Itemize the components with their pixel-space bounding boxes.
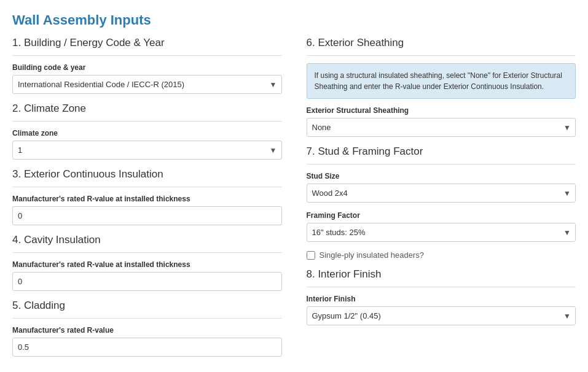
building-code-label: Building code & year xyxy=(12,63,282,72)
section-heading-s2: 2. Climate Zone xyxy=(12,103,282,115)
climate-zone-select-wrapper: 12345678▼ xyxy=(12,141,282,160)
section-divider-s5 xyxy=(12,318,282,319)
section-s3: 3. Exterior Continuous InsulationManufac… xyxy=(12,168,282,234)
ext-cont-rvalue-label: Manufacturer's rated R-value at installe… xyxy=(12,195,282,203)
checkbox-row-single-ply: Single-ply insulated headers? xyxy=(307,250,576,260)
ext-structural-sheathing-label: Exterior Structural Sheathing xyxy=(307,106,576,115)
section-heading-s8: 8. Interior Finish xyxy=(307,268,576,281)
ext-cont-rvalue-input[interactable] xyxy=(12,206,282,225)
building-code-select[interactable]: International Residential Code / IECC-R … xyxy=(12,75,282,94)
stud-size-label: Stud Size xyxy=(307,172,576,180)
single-ply-label: Single-ply insulated headers? xyxy=(319,250,425,260)
framing-factor-select-wrapper: 16" studs: 25%24" studs: 22%▼ xyxy=(307,223,576,242)
single-ply-checkbox[interactable] xyxy=(307,251,315,260)
cladding-rvalue-label: Manufacturer's rated R-value xyxy=(12,326,282,335)
stud-size-select-wrapper: Wood 2x4Wood 2x6Wood 2x8▼ xyxy=(307,184,576,203)
section-divider-s7 xyxy=(307,164,576,165)
climate-zone-label: Climate zone xyxy=(12,129,282,138)
ext-structural-sheathing-select-wrapper: NoneOSBPlywood▼ xyxy=(307,118,576,137)
climate-zone-select[interactable]: 12345678 xyxy=(12,141,282,160)
section-heading-s4: 4. Cavity Insulation xyxy=(12,234,282,246)
section-s7: 7. Stud & Framing FactorStud SizeWood 2x… xyxy=(307,145,576,260)
section-s1: 1. Building / Energy Code & YearBuilding… xyxy=(12,37,282,94)
section-s5: 5. CladdingManufacturer's rated R-value xyxy=(12,300,282,365)
left-column: 1. Building / Energy Code & YearBuilding… xyxy=(12,37,282,365)
section-heading-s6: 6. Exterior Sheathing xyxy=(307,37,576,49)
section-heading-s3: 3. Exterior Continuous Insulation xyxy=(12,168,282,180)
section-heading-s7: 7. Stud & Framing Factor xyxy=(307,145,576,158)
interior-finish-select[interactable]: Gypsum 1/2" (0.45)Gypsum 5/8" (0.56)None xyxy=(307,306,576,325)
cladding-rvalue-input[interactable] xyxy=(12,338,282,357)
info-box-s6: If using a structural insulated sheathin… xyxy=(307,63,576,99)
right-column: 6. Exterior SheathingIf using a structur… xyxy=(307,37,576,365)
section-divider-s1 xyxy=(12,55,282,56)
section-s6: 6. Exterior SheathingIf using a structur… xyxy=(307,37,576,137)
main-layout: 1. Building / Energy Code & YearBuilding… xyxy=(12,37,576,365)
section-divider-s3 xyxy=(12,187,282,187)
section-s2: 2. Climate ZoneClimate zone12345678▼ xyxy=(12,103,282,160)
framing-factor-select[interactable]: 16" studs: 25%24" studs: 22% xyxy=(307,223,576,242)
section-divider-s8 xyxy=(307,287,576,287)
ext-structural-sheathing-select[interactable]: NoneOSBPlywood xyxy=(307,118,576,137)
section-heading-s1: 1. Building / Energy Code & Year xyxy=(12,37,282,49)
interior-finish-label: Interior Finish xyxy=(307,295,576,303)
section-heading-s5: 5. Cladding xyxy=(12,300,282,312)
section-divider-s2 xyxy=(12,121,282,122)
stud-size-select[interactable]: Wood 2x4Wood 2x6Wood 2x8 xyxy=(307,184,576,203)
section-divider-s4 xyxy=(12,252,282,253)
section-s4: 4. Cavity InsulationManufacturer's rated… xyxy=(12,234,282,300)
building-code-select-wrapper: International Residential Code / IECC-R … xyxy=(12,75,282,94)
section-s8: 8. Interior FinishInterior FinishGypsum … xyxy=(307,268,576,325)
section-divider-s6 xyxy=(307,55,576,56)
cavity-rvalue-input[interactable] xyxy=(12,272,282,291)
interior-finish-select-wrapper: Gypsum 1/2" (0.45)Gypsum 5/8" (0.56)None… xyxy=(307,306,576,325)
cavity-rvalue-label: Manufacturer's rated R-value at installe… xyxy=(12,260,282,269)
framing-factor-label: Framing Factor xyxy=(307,211,576,220)
page-title: Wall Assembly Inputs xyxy=(12,12,576,28)
